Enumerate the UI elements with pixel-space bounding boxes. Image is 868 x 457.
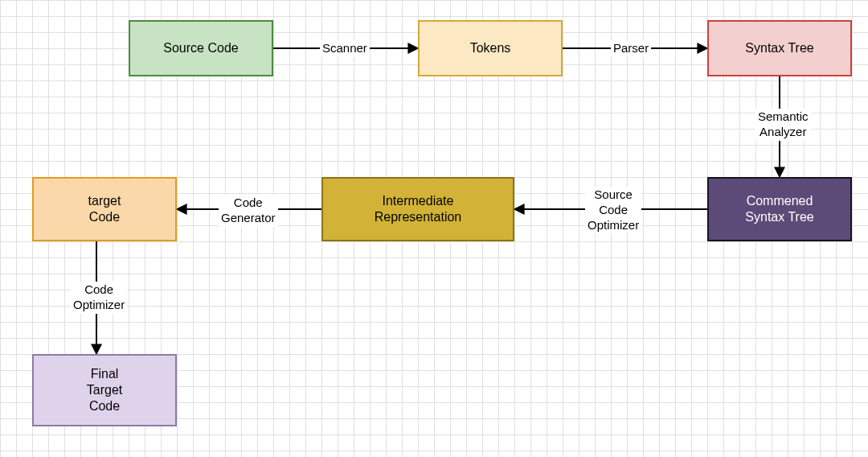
node-final-target-code: Final Target Code [32, 354, 177, 426]
node-tokens: Tokens [418, 20, 563, 76]
edge-label-parser: Parser [611, 40, 651, 57]
node-source-code: Source Code [129, 20, 273, 76]
node-commened-syntax-tree: Commened Syntax Tree [707, 177, 852, 241]
edge-label-code-optimizer: Code Optimizer [71, 282, 127, 314]
node-target-code: target Code [32, 177, 177, 241]
node-intermediate-representation: Intermediate Representation [321, 177, 514, 241]
edge-label-code-generator: Code Generator [219, 195, 278, 227]
edge-label-scanner: Scanner [320, 40, 370, 57]
node-syntax-tree: Syntax Tree [707, 20, 852, 76]
edge-label-semantic-analyzer: Semantic Analyzer [755, 109, 811, 141]
edge-label-source-code-optimizer: Source Code Optimizer [585, 187, 641, 233]
